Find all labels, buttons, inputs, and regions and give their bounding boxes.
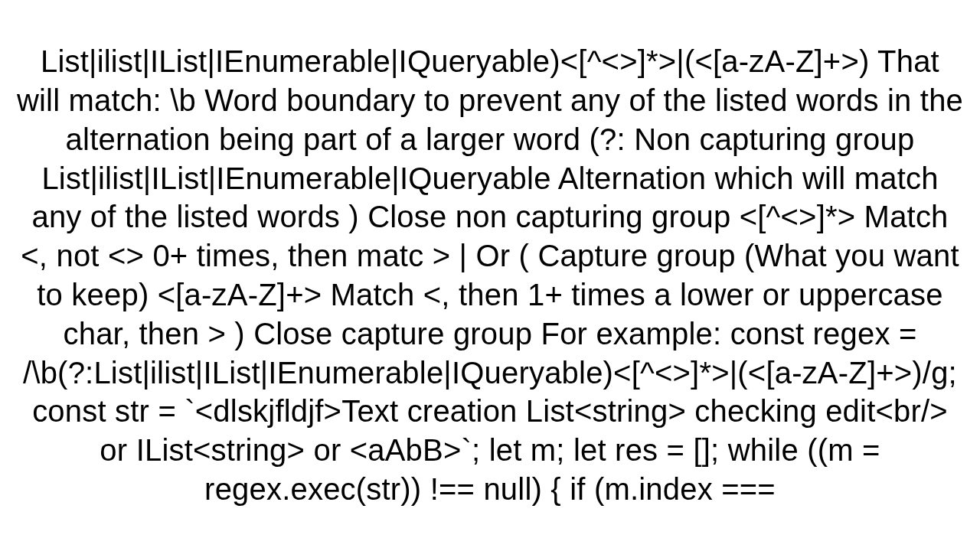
document-text: List|ilist|IList|IEnumerable|IQueryable)… bbox=[15, 42, 965, 509]
